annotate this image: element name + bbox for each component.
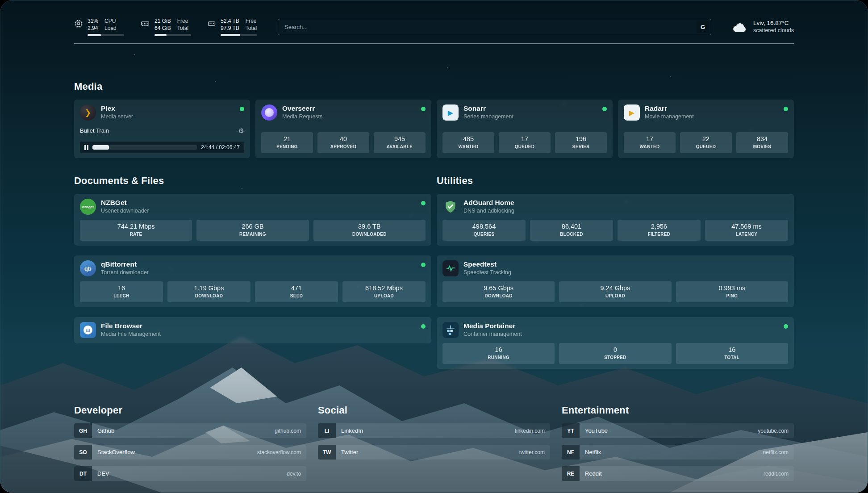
bookmark-youtube[interactable]: YT YouTube youtube.com bbox=[562, 423, 794, 438]
service-card-sonarr[interactable]: Sonarr Series management 485 WANTED 17 Q… bbox=[437, 100, 613, 158]
disk-progress-bar bbox=[221, 34, 257, 36]
service-card-filebrowser[interactable]: File Browser Media File Management bbox=[74, 317, 431, 343]
bookmark-stackoverflow[interactable]: SO StackOverflow stackoverflow.com bbox=[74, 445, 306, 460]
bookmark-abbr: RE bbox=[562, 466, 580, 481]
service-card-plex[interactable]: Plex Media server Bullet Train ⚙ 24:44 /… bbox=[74, 100, 250, 158]
stat-label: STOPPED bbox=[561, 354, 669, 361]
stat-label: UPLOAD bbox=[561, 292, 669, 300]
bookmark-netflix[interactable]: NF Netflix netflix.com bbox=[562, 445, 794, 460]
bookmark-abbr: YT bbox=[562, 423, 580, 438]
service-card-nzbget[interactable]: nzbget NZBGet Usenet downloader 744.21 M… bbox=[74, 194, 431, 246]
service-subtitle: Container management bbox=[463, 330, 522, 338]
service-subtitle: Movie management bbox=[645, 113, 694, 121]
bookmark-dev[interactable]: DT DEV dev.to bbox=[74, 466, 306, 481]
stat-box: 17 WANTED bbox=[624, 132, 676, 153]
service-card-overseerr[interactable]: Overseerr Media Requests 21 PENDING 40 A… bbox=[255, 100, 431, 158]
stat-box: 0 STOPPED bbox=[559, 343, 671, 364]
bookmark-name: Reddit bbox=[585, 470, 602, 477]
service-name: Overseerr bbox=[282, 104, 322, 113]
stat-box: 40 APPROVED bbox=[317, 132, 369, 153]
bookmark-url: netflix.com bbox=[763, 449, 789, 455]
bookmark-abbr: SO bbox=[74, 445, 92, 460]
bookmark-name: Twitter bbox=[341, 449, 358, 455]
service-card-adguard[interactable]: AdGuard Home DNS and adblocking 498,564 … bbox=[437, 194, 794, 246]
section-title-developer: Developer bbox=[74, 405, 306, 416]
stat-label: RUNNING bbox=[444, 354, 553, 361]
service-subtitle: Speedtest Tracking bbox=[463, 268, 511, 277]
stat-box: 266 GB REMAINING bbox=[196, 220, 309, 241]
service-card-radarr[interactable]: Radarr Movie management 17 WANTED 22 QUE… bbox=[618, 100, 794, 158]
adguard-icon bbox=[442, 199, 459, 215]
bookmark-abbr: TW bbox=[318, 445, 336, 460]
stat-box: 196 SERIES bbox=[555, 132, 607, 153]
stat-box: 16 TOTAL bbox=[676, 343, 788, 364]
stat-label: LEECH bbox=[82, 292, 161, 300]
service-card-portainer[interactable]: Media Portainer Container management 16 … bbox=[437, 317, 794, 369]
stat-label: QUEUED bbox=[501, 143, 549, 150]
gear-icon[interactable]: ⚙ bbox=[238, 127, 244, 135]
stat-box: 21 PENDING bbox=[261, 132, 313, 153]
search-container: G bbox=[278, 19, 711, 35]
disk-icon bbox=[207, 19, 216, 28]
bookmark-url: twitter.com bbox=[519, 449, 545, 455]
bookmark-url: dev.to bbox=[287, 471, 301, 477]
search-input[interactable] bbox=[278, 19, 711, 35]
stat-value: 39.6 TB bbox=[315, 223, 424, 230]
service-name: Plex bbox=[101, 104, 133, 113]
bookmark-linkedin[interactable]: LI LinkedIn linkedin.com bbox=[318, 423, 550, 438]
overseerr-icon bbox=[261, 104, 277, 121]
stat-value: 744.21 Mbps bbox=[82, 223, 190, 230]
bookmark-url: reddit.com bbox=[764, 471, 789, 477]
stat-value: 2,956 bbox=[619, 223, 699, 230]
memory-free-value: 21 GiB bbox=[154, 17, 171, 25]
stat-label: PING bbox=[678, 292, 786, 300]
status-dot bbox=[421, 201, 426, 205]
memory-icon bbox=[140, 19, 150, 28]
service-subtitle: DNS and adblocking bbox=[463, 207, 514, 215]
now-playing-title: Bullet Train bbox=[80, 127, 109, 134]
stat-value: 471 bbox=[257, 284, 336, 292]
service-card-qbittorrent[interactable]: qb qBittorrent Torrent downloader 16 LEE… bbox=[74, 255, 431, 307]
stat-box: 945 AVAILABLE bbox=[374, 132, 426, 153]
stat-label: QUEUED bbox=[682, 143, 730, 150]
disk-total-label: Total bbox=[246, 25, 257, 32]
stat-box: 618.52 Mbps UPLOAD bbox=[342, 281, 426, 302]
stat-label: PENDING bbox=[263, 143, 311, 150]
stat-box: 744.21 Mbps RATE bbox=[80, 220, 192, 241]
stat-box: 485 WANTED bbox=[442, 132, 494, 153]
playback-progress[interactable] bbox=[92, 145, 197, 150]
stat-label: REMAINING bbox=[198, 230, 307, 238]
stat-box: 2,956 FILTERED bbox=[618, 220, 701, 241]
stat-value: 21 bbox=[263, 135, 311, 143]
weather-condition: scattered clouds bbox=[753, 27, 794, 34]
bookmark-github[interactable]: GH Github github.com bbox=[74, 423, 306, 438]
bookmark-name: StackOverflow bbox=[97, 449, 135, 455]
content-wrapper: 31% 2.94 CPU Load bbox=[74, 0, 794, 481]
bookmark-twitter[interactable]: TW Twitter twitter.com bbox=[318, 445, 550, 460]
pause-icon[interactable] bbox=[84, 145, 88, 150]
service-card-speedtest[interactable]: Speedtest Speedtest Tracking 9.65 Gbps D… bbox=[437, 255, 794, 307]
search-provider-button[interactable]: G bbox=[697, 21, 709, 33]
stat-value: 485 bbox=[444, 135, 492, 143]
stat-box: 834 MOVIES bbox=[736, 132, 788, 153]
cpu-load-value: 2.94 bbox=[88, 25, 98, 32]
stat-box: 0.993 ms PING bbox=[676, 281, 788, 302]
stat-label: WANTED bbox=[626, 143, 674, 150]
status-dot bbox=[421, 107, 426, 111]
service-subtitle: Series management bbox=[463, 113, 513, 121]
stat-box: 9.65 Gbps DOWNLOAD bbox=[442, 281, 555, 302]
section-utilities: Utilities bbox=[437, 175, 794, 369]
bookmark-url: youtube.com bbox=[758, 428, 789, 434]
status-dot bbox=[784, 324, 788, 329]
stat-label: DOWNLOAD bbox=[444, 292, 553, 300]
bookmark-reddit[interactable]: RE Reddit reddit.com bbox=[562, 466, 794, 481]
bookmark-abbr: NF bbox=[562, 445, 580, 460]
bookmark-name: YouTube bbox=[585, 427, 608, 434]
plex-icon bbox=[80, 104, 96, 121]
stat-value: 16 bbox=[678, 346, 786, 354]
stat-value: 618.52 Mbps bbox=[344, 284, 424, 292]
header-divider bbox=[74, 43, 794, 44]
stat-value: 266 GB bbox=[198, 223, 307, 230]
status-dot bbox=[421, 263, 426, 267]
memory-widget: 21 GiB 64 GiB Free Total bbox=[140, 17, 191, 36]
